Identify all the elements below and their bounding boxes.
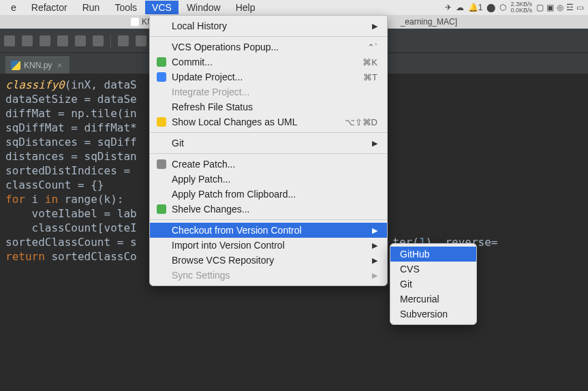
menu-checkout-vcs[interactable]: Checkout from Version Control▶ bbox=[150, 223, 387, 238]
menu-item-help[interactable]: Help bbox=[229, 1, 262, 14]
close-icon[interactable]: ✕ bbox=[57, 61, 63, 70]
menu-commit[interactable]: Commit...⌘K bbox=[150, 54, 387, 69]
concurrency-icon[interactable] bbox=[75, 35, 86, 46]
vcs-commit-icon[interactable] bbox=[136, 35, 146, 46]
run-icon[interactable] bbox=[4, 35, 15, 46]
menu-separator bbox=[150, 219, 387, 220]
toolbar-separator bbox=[110, 34, 111, 48]
submenu-git[interactable]: Git bbox=[390, 277, 476, 292]
chevron-right-icon: ▶ bbox=[372, 22, 377, 31]
mac-menu-left: e Refactor Run Tools VCS Window Help bbox=[4, 1, 262, 14]
vcs-update-icon[interactable] bbox=[118, 35, 129, 46]
menu-item-refactor[interactable]: Refactor bbox=[25, 1, 74, 14]
menu-git[interactable]: Git▶ bbox=[150, 136, 387, 151]
stop-icon[interactable] bbox=[93, 35, 104, 46]
menu-browse-repo[interactable]: Browse VCS Repository▶ bbox=[150, 253, 387, 268]
menu-apply-clipboard[interactable]: Apply Patch from Clipboard... bbox=[150, 187, 387, 202]
chevron-right-icon: ▶ bbox=[372, 256, 377, 265]
submenu-mercurial[interactable]: Mercurial bbox=[390, 292, 476, 307]
checkout-submenu: GitHub CVS Git Mercurial Subversion bbox=[390, 243, 477, 325]
menu-vcs-ops[interactable]: VCS Operations Popup...⌃` bbox=[150, 40, 387, 54]
menu-apply-patch[interactable]: Apply Patch... bbox=[150, 172, 387, 187]
chevron-right-icon: ▶ bbox=[372, 271, 377, 280]
menu-item-window[interactable]: Window bbox=[180, 1, 228, 14]
commit-icon bbox=[157, 57, 166, 67]
menu-create-patch[interactable]: Create Patch... bbox=[150, 157, 387, 172]
hat-icon[interactable]: ⬤ bbox=[486, 3, 495, 12]
menu-item-e[interactable]: e bbox=[4, 1, 23, 14]
wechat-icon[interactable]: ☁ bbox=[456, 3, 464, 12]
submenu-subversion[interactable]: Subversion bbox=[390, 307, 476, 322]
battery-icon[interactable]: ▢ bbox=[536, 3, 544, 12]
sync-icon[interactable]: ◎ bbox=[557, 3, 563, 12]
profile-icon[interactable] bbox=[57, 35, 68, 46]
menu-item-run[interactable]: Run bbox=[76, 1, 107, 14]
menu-integrate-project: Integrate Project... bbox=[150, 84, 387, 99]
shelve-icon bbox=[157, 204, 166, 214]
mac-menu-right: ✈ ☁ 🔔1 ⬤ ⬡ 2.3KB/s 0.0KB/s ▢ ▣ ◎ ☲ ▭ bbox=[445, 1, 584, 14]
menu-import-vcs[interactable]: Import into Version Control▶ bbox=[150, 238, 387, 253]
menu-sync-settings: Sync Settings▶ bbox=[150, 268, 387, 283]
menu-item-vcs[interactable]: VCS bbox=[145, 1, 179, 14]
vcs-dropdown-menu: Local History▶ VCS Operations Popup...⌃`… bbox=[149, 15, 388, 286]
bell-icon[interactable]: 🔔1 bbox=[468, 3, 483, 12]
hex-icon[interactable]: ⬡ bbox=[499, 3, 506, 12]
menu-local-history[interactable]: Local History▶ bbox=[150, 18, 387, 33]
menu-separator bbox=[150, 153, 387, 154]
menu-separator bbox=[150, 132, 387, 133]
ime-icon[interactable]: ▣ bbox=[546, 3, 554, 12]
submenu-cvs[interactable]: CVS bbox=[390, 262, 476, 277]
menu-item-tools[interactable]: Tools bbox=[108, 1, 144, 14]
debug-icon[interactable] bbox=[22, 35, 33, 46]
menu-show-local-uml[interactable]: Show Local Changes as UML⌥⇧⌘D bbox=[150, 114, 387, 129]
network-speed: 2.3KB/s 0.0KB/s bbox=[510, 1, 532, 14]
menu-update-project[interactable]: Update Project...⌘T bbox=[150, 69, 387, 84]
update-icon bbox=[157, 72, 166, 82]
wifi-icon[interactable]: ☲ bbox=[566, 3, 574, 12]
square-icon[interactable]: ▭ bbox=[576, 3, 584, 12]
submenu-github[interactable]: GitHub bbox=[390, 247, 476, 262]
menu-refresh-file[interactable]: Refresh File Status bbox=[150, 99, 387, 114]
paper-plane-icon[interactable]: ✈ bbox=[445, 3, 452, 12]
coverage-icon[interactable] bbox=[40, 35, 50, 46]
tab-label: KNN.py bbox=[24, 61, 52, 70]
chevron-right-icon: ▶ bbox=[372, 226, 377, 235]
window-title-suffix: _earning_MAC] bbox=[401, 15, 457, 29]
python-file-icon bbox=[131, 18, 139, 26]
mac-menubar: e Refactor Run Tools VCS Window Help ✈ ☁… bbox=[0, 0, 588, 15]
editor-tab-knn[interactable]: KNN.py ✕ bbox=[5, 57, 69, 74]
chevron-right-icon: ▶ bbox=[372, 241, 377, 250]
uml-icon bbox=[157, 117, 166, 127]
menu-separator bbox=[150, 36, 387, 37]
patch-icon bbox=[157, 159, 166, 169]
menu-shelve[interactable]: Shelve Changes... bbox=[150, 202, 387, 217]
chevron-right-icon: ▶ bbox=[372, 139, 377, 148]
python-icon bbox=[11, 61, 20, 70]
